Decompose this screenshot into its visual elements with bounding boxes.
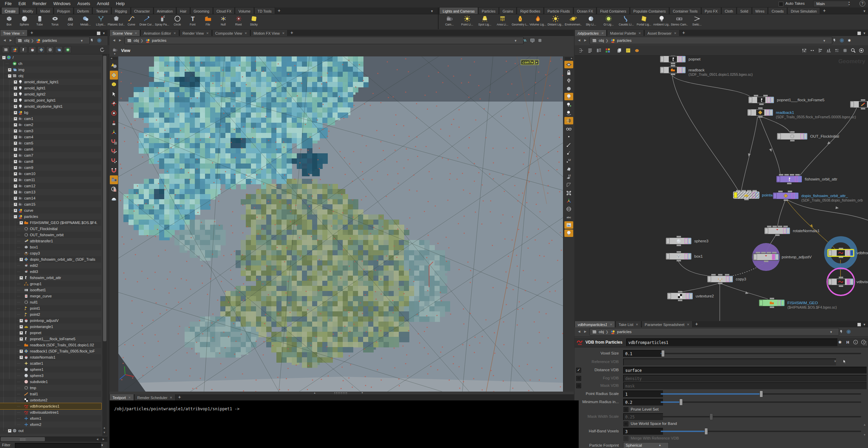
disable-lighting-icon[interactable] — [564, 77, 573, 84]
close-icon[interactable]: ✕ — [639, 32, 641, 35]
node-wire[interactable] — [680, 283, 718, 292]
tree-item-null1[interactable]: null1 — [0, 299, 101, 305]
flipbook-icon[interactable] — [522, 38, 528, 43]
shelf-tab-grains[interactable]: Grains — [499, 7, 516, 14]
pin-icon[interactable] — [832, 38, 837, 43]
shelf-tab-hair[interactable]: Hair — [176, 7, 190, 14]
tree-item-ch[interactable]: Wch — [0, 61, 101, 67]
network-box-icon[interactable] — [633, 47, 641, 54]
shelf-tool-metab-[interactable]: Metab... — [78, 14, 93, 26]
shelf-tool-box[interactable]: Box — [1, 14, 17, 26]
shelf-tab-lights-and-cameras[interactable]: Lights and Cameras — [439, 7, 478, 14]
tree-item-arnold-point-light1[interactable]: +arnold_point_light1 — [0, 97, 101, 103]
tree-expand-plus-icon[interactable]: + — [14, 86, 17, 90]
pane-maximize-icon[interactable] — [97, 32, 100, 35]
shelf-tab-volume[interactable]: Volume — [235, 7, 254, 14]
params-scroll-down-icon[interactable]: ▼ — [863, 433, 866, 436]
shelf-tab-fluid-containers[interactable]: Fluid Containers — [597, 7, 629, 14]
shelf-left-overflow-icon[interactable]: ▼ — [430, 10, 433, 13]
align-vertical-icon[interactable] — [825, 47, 832, 54]
tree-item-popnet[interactable]: +popnet — [0, 330, 101, 336]
splitter-expand-icon[interactable]: ▼ — [361, 392, 363, 394]
network-node-uvtexture2[interactable]: uvtexture2 — [667, 291, 714, 301]
node-wire[interactable] — [672, 75, 738, 191]
camera-badge-cam[interactable]: cam7▼ — [521, 60, 534, 65]
viewport-layout-icon[interactable] — [537, 38, 543, 43]
param-ref-field[interactable] — [623, 359, 836, 365]
shelf-tool-gi-lig-[interactable]: GI Lig... — [600, 14, 617, 26]
network-node-box1[interactable]: box1 — [666, 251, 703, 261]
shelf-tool-platonic-sol-[interactable]: Platonic Sol... — [108, 14, 124, 26]
rotate-tool-icon[interactable] — [110, 109, 118, 118]
textport-content[interactable]: /obj/particles/pointwrangle1/attribvop1/… — [109, 400, 579, 448]
shelf-tab-solid[interactable]: Solid — [737, 7, 751, 14]
tree-expand-plus-icon[interactable]: + — [14, 117, 17, 121]
nav-forward-icon[interactable]: ► — [117, 38, 123, 42]
zoom-icon[interactable] — [849, 47, 857, 54]
shelf-tab-td-tools[interactable]: TD Tools — [254, 7, 275, 14]
shelf-tab-polygon[interactable]: Polygon — [54, 7, 73, 14]
tree-expand-plus-icon[interactable]: + — [19, 319, 23, 323]
node-template-flag[interactable] — [772, 254, 775, 260]
tree-item-rotatenormals1[interactable]: +rotateNormals1 — [0, 354, 101, 360]
shelf-tab-character[interactable]: Character — [131, 7, 153, 14]
tree-item-sphere1[interactable]: sphere1 — [0, 366, 101, 373]
auto-takes-checkbox[interactable] — [779, 2, 783, 6]
path-dropdown-icon[interactable]: ▼ — [514, 39, 517, 42]
param-channel-checkbox[interactable] — [576, 383, 581, 388]
pane-menu-icon[interactable]: ▼ — [863, 32, 866, 35]
tree-item-cam14[interactable]: +cam14 — [0, 195, 101, 201]
tree-item-curve[interactable]: +curve — [0, 207, 101, 213]
tree-item-scatter1[interactable]: scatter1 — [0, 360, 101, 366]
nav-back-icon[interactable]: ◄ — [576, 38, 582, 42]
snap-grid-icon[interactable] — [833, 47, 840, 54]
vop-filter-icon[interactable] — [29, 46, 36, 53]
transform-axis-icon[interactable] — [110, 128, 118, 137]
node-wire[interactable] — [759, 117, 780, 175]
turntable-light-icon[interactable] — [564, 109, 573, 117]
network-tree-icon[interactable] — [577, 47, 585, 54]
tree-expand-plus-icon[interactable]: + — [14, 178, 17, 182]
geo-filter-icon[interactable] — [11, 46, 18, 53]
tree-item-point2[interactable]: point2 — [0, 311, 101, 317]
new-tab-button[interactable]: + — [176, 394, 183, 400]
shelf-tool-grid[interactable]: Grid — [63, 14, 78, 26]
shelf-tool-volume-lig-[interactable]: Volume Lig... — [529, 14, 547, 26]
badge-dropdown-icon[interactable]: ▼ — [531, 61, 533, 64]
show-profiles-icon[interactable] — [564, 181, 573, 189]
lighting-icon[interactable] — [564, 93, 573, 100]
close-icon[interactable]: ✕ — [173, 32, 176, 35]
shelf-tab-model[interactable]: Model — [37, 7, 53, 14]
param-value-field[interactable]: 1 — [623, 391, 663, 397]
shelf-tool-environmen-[interactable]: Environmen... — [564, 14, 582, 26]
tree-expand-plus-icon[interactable]: + — [19, 349, 23, 353]
tree-item-cam11[interactable]: +cam11 — [0, 177, 101, 183]
shelf-tab-texture[interactable]: Texture — [92, 7, 111, 14]
tree-expand-plus-icon[interactable]: + — [14, 123, 17, 127]
shelf-tab-drive-simulation[interactable]: Drive Simulation — [787, 7, 820, 14]
shelf-tool-font[interactable]: TFont — [185, 14, 200, 26]
param-dropdown-arrow-icon[interactable]: ▲ — [659, 444, 661, 447]
tree-item-cam3[interactable]: +cam3 — [0, 128, 101, 134]
param-checkbox[interactable] — [624, 407, 628, 412]
tree-item-cam4[interactable]: +cam4 — [0, 134, 101, 140]
camera-tool-icon[interactable] — [110, 175, 118, 184]
param-dropdown[interactable]: Spherical — [623, 442, 669, 448]
tree-hscroll-thumb[interactable] — [1, 437, 45, 441]
shelf-tool-distant-lig-[interactable]: Distant Lig... — [547, 14, 564, 26]
tree-item-edit2[interactable]: edit2 — [0, 262, 101, 269]
tree-expand-plus-icon[interactable]: + — [14, 190, 17, 194]
tree-vscroll-up-icon[interactable]: ▲ — [103, 426, 106, 429]
tree-item-tmp[interactable]: tmp — [0, 385, 101, 391]
network-graph[interactable]: Geometrypopnetreadback(SDF_Trails_0501.d… — [575, 55, 868, 321]
view-tool-dropdown-icon[interactable]: ▼ — [114, 53, 116, 55]
shelf-tool-point-li-[interactable]: Point Li... — [458, 14, 476, 26]
node-wire[interactable] — [787, 200, 868, 220]
network-node-fishswim-orbit-attr[interactable]: fishswim_orbit_attr — [776, 174, 837, 184]
tree-item-cam12[interactable]: +cam12 — [0, 183, 101, 189]
show-points-icon[interactable] — [564, 133, 573, 140]
shelf-tool-file[interactable]: File — [200, 14, 216, 26]
node-display-flag[interactable] — [734, 192, 737, 198]
translate-tool-icon[interactable] — [110, 99, 118, 108]
tree-item-copy3[interactable]: copy3 — [0, 250, 101, 256]
